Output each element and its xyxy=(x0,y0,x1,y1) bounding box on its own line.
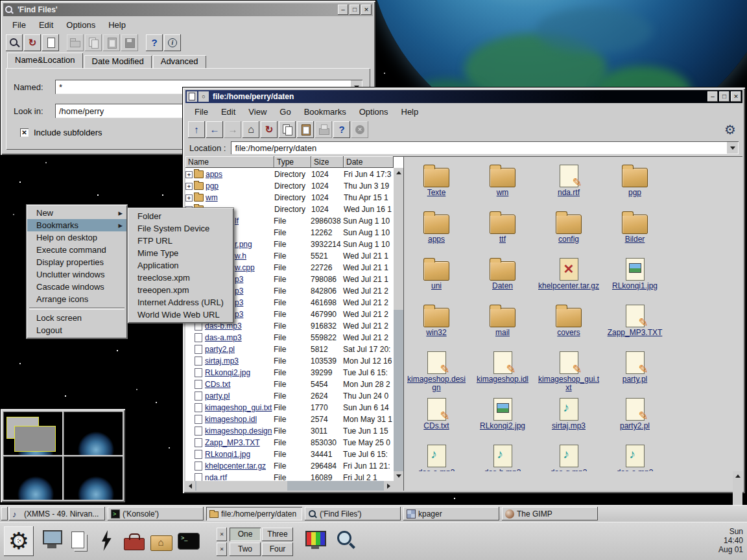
file-icon-rlkonqi2-jpg[interactable]: RLkonqi2.jpg xyxy=(469,396,536,443)
column-header-type[interactable]: Type xyxy=(274,156,311,168)
file-label[interactable]: RLkonqi2.jpg xyxy=(480,422,525,430)
open-button[interactable] xyxy=(67,34,84,51)
newpage-button[interactable] xyxy=(42,34,59,51)
context-menu-item-arrange-icons[interactable]: Arrange icons xyxy=(27,293,126,305)
file-label[interactable]: Daten xyxy=(492,282,513,290)
file-name[interactable]: sirtaj.mp3 xyxy=(205,356,274,366)
file-name[interactable]: CDs.txt xyxy=(205,380,274,389)
file-label[interactable]: khelpcenter.tar.gz xyxy=(538,282,599,290)
pager-desktop-1[interactable] xyxy=(3,412,62,455)
file-label[interactable]: apps xyxy=(428,235,445,244)
file-label[interactable]: config xyxy=(558,235,579,244)
tree-row-khelpcenter-tar-gz[interactable]: khelpcenter.tar.gzFile296484Fri Jun 11 2… xyxy=(185,460,394,472)
file-icon-das-b-mp3[interactable]: das-b.mp3 xyxy=(469,443,536,471)
context-menu-item-bookmarks[interactable]: Bookmarks▸ xyxy=(27,219,126,231)
file-icon-das-g-mp3[interactable]: das-g.mp3 xyxy=(536,443,602,471)
tree-row-party-pl[interactable]: party.plFile2624Thu Jun 24 0 xyxy=(185,390,394,402)
file-name[interactable]: Zapp_MP3.TXT xyxy=(205,438,274,447)
file-label[interactable]: sirtaj.mp3 xyxy=(552,422,586,430)
menu-help[interactable]: Help xyxy=(102,18,132,32)
file-icon-win32[interactable]: win32 xyxy=(403,303,469,349)
save-button[interactable] xyxy=(121,34,138,51)
file-name[interactable]: RLkonqi2.jpg xyxy=(205,368,274,377)
desktop-button-four[interactable]: Four xyxy=(262,542,293,556)
submenu-item-folder[interactable]: Folder xyxy=(128,210,233,222)
file-name[interactable]: party.pl xyxy=(205,391,274,401)
file-name[interactable]: nda.rtf xyxy=(205,473,274,481)
column-header-size[interactable]: Size xyxy=(311,156,344,168)
desktop-button-two[interactable]: Two xyxy=(230,542,261,556)
tree-row-kimageshop-gui-txt[interactable]: kimageshop_gui.txtFile1770Sun Jun 6 14 xyxy=(185,402,394,414)
file-name[interactable]: party2.pl xyxy=(205,345,274,354)
icon-vertical-scrollbar[interactable] xyxy=(733,471,742,491)
copy-button[interactable] xyxy=(279,121,296,138)
scroll-up-arrow-icon[interactable] xyxy=(394,168,403,178)
menu-go[interactable]: Go xyxy=(273,105,297,119)
submenu-item-file-system-device[interactable]: File System Device xyxy=(128,222,233,235)
file-icon-bilder[interactable]: Bilder xyxy=(602,209,668,256)
file-label[interactable]: uni xyxy=(431,282,442,290)
file-label[interactable]: das-o.mp3 xyxy=(617,469,654,471)
submenu-item-world-wide-web-url[interactable]: World Wide Web URL xyxy=(128,309,233,321)
context-menu-item-lock-screen[interactable]: Lock screen xyxy=(27,312,126,324)
expander-icon[interactable]: + xyxy=(185,194,193,202)
tree-row-pgp[interactable]: +pgpDirectory1024Thu Jun 3 19 xyxy=(185,180,394,192)
file-name[interactable]: wm xyxy=(206,193,274,202)
scroll-track[interactable] xyxy=(394,178,403,471)
file-name[interactable]: kimageshop.idl xyxy=(205,415,274,424)
file-icon-texte[interactable]: Texte xyxy=(403,163,469,209)
close-button[interactable] xyxy=(731,91,741,102)
tree-row-nda-rtf[interactable]: nda.rtfFile16089Fri Jul 2 1 xyxy=(185,472,394,481)
tab-name-location[interactable]: Name&Location xyxy=(7,52,83,68)
find-files-titlebar[interactable]: 'Find Files' xyxy=(3,3,373,16)
menu-edit[interactable]: Edit xyxy=(32,18,60,32)
desktop[interactable]: 'Find Files' FileEditOptionsHelp Name&Lo… xyxy=(0,0,747,560)
taskbar-item-kpager[interactable]: kpager xyxy=(403,507,499,520)
documents-launcher-icon[interactable] xyxy=(66,528,92,555)
file-label[interactable]: covers xyxy=(557,329,580,337)
file-name[interactable]: khelpcenter.tar.gz xyxy=(205,461,274,471)
taskbar-item-find-files[interactable]: ('Find Files') xyxy=(305,507,401,520)
tab-advanced[interactable]: Advanced xyxy=(153,55,206,68)
file-icon-das-a-mp3[interactable]: das-a.mp3 xyxy=(403,443,469,471)
taskbar-item-the-gimp[interactable]: The GIMP xyxy=(502,507,598,520)
tree-row-rlkonqi2-jpg[interactable]: RLkonqi2.jpgFile39299Tue Jul 6 15: xyxy=(185,367,394,379)
copy-button[interactable] xyxy=(85,34,102,51)
file-icon-wm[interactable]: wm xyxy=(469,163,536,209)
submenu-item-internet-address-url[interactable]: Internet Address (URL) xyxy=(128,296,233,309)
paste-button[interactable] xyxy=(103,34,120,51)
pager-mini-button[interactable] xyxy=(217,542,227,556)
file-label[interactable]: win32 xyxy=(426,329,446,337)
expander-icon[interactable]: + xyxy=(185,183,193,190)
menu-file[interactable]: File xyxy=(6,18,32,32)
context-menu-item-logout[interactable]: Logout xyxy=(27,324,126,336)
home-button[interactable] xyxy=(243,121,259,138)
desktop-launcher-icon[interactable] xyxy=(39,528,65,555)
menu-options[interactable]: Options xyxy=(353,105,395,119)
menu-file[interactable]: File xyxy=(188,105,215,119)
close-button[interactable] xyxy=(361,5,372,15)
submenu-item-treeopen-xpm[interactable]: treeopen.xpm xyxy=(128,284,233,296)
help-button[interactable] xyxy=(146,34,163,51)
context-menu-item-unclutter-windows[interactable]: Unclutter windows xyxy=(27,268,126,281)
context-menu-item-cascade-windows[interactable]: Cascade windows xyxy=(27,281,126,293)
file-name[interactable]: kimageshop_gui.txt xyxy=(205,403,274,412)
file-icon-das-o-mp3[interactable]: das-o.mp3 xyxy=(602,443,668,471)
file-label[interactable]: RLkonqi1.jpg xyxy=(612,282,658,290)
submenu-item-application[interactable]: Application xyxy=(128,259,233,272)
file-icon-config[interactable]: config xyxy=(536,209,602,256)
taskbar-item-konsole[interactable]: ('Konsole') xyxy=(108,507,204,520)
toolbox-launcher-icon[interactable] xyxy=(121,528,147,555)
file-label[interactable]: wm xyxy=(497,189,509,197)
back-button[interactable] xyxy=(206,121,223,138)
file-icon-apps[interactable]: apps xyxy=(403,209,469,256)
scroll-thumb[interactable] xyxy=(394,178,403,310)
pager-mini-button[interactable] xyxy=(217,528,227,541)
tree-row-party2-pl[interactable]: party2.plFile5812Sat Jul 17 20: xyxy=(185,344,394,355)
shell-launcher-icon[interactable] xyxy=(175,528,201,555)
file-icon-khelpcenter-tar-gz[interactable]: khelpcenter.tar.gz xyxy=(536,256,602,303)
scroll-up-arrow-icon[interactable] xyxy=(733,471,742,481)
taskbar-item-file-home-perry-daten[interactable]: file:/home/perry/daten xyxy=(206,507,302,520)
file-name[interactable]: RLkonqi1.jpg xyxy=(205,450,274,459)
tree-vertical-scrollbar[interactable] xyxy=(394,168,403,481)
